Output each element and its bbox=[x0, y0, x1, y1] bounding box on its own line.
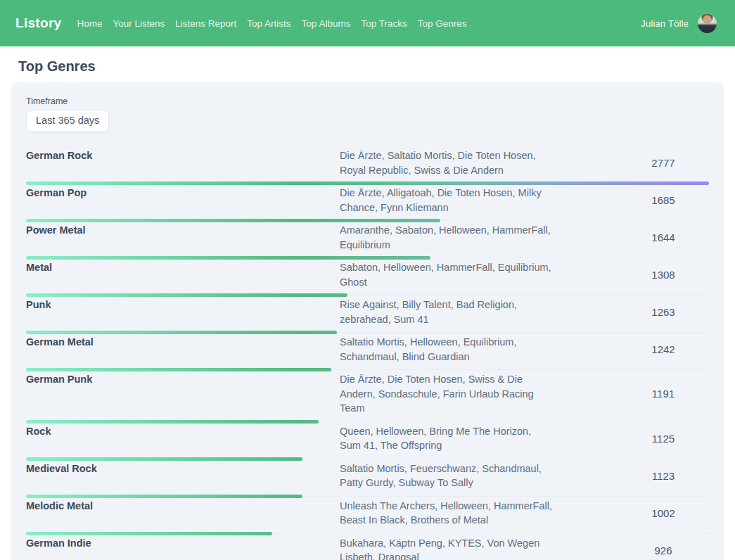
genre-name: German Metal bbox=[26, 335, 340, 350]
user-avatar[interactable] bbox=[698, 14, 717, 33]
nav-item-top-albums[interactable]: Top Albums bbox=[302, 15, 351, 32]
genre-row: Power MetalAmaranthe, Sabaton, Helloween… bbox=[26, 221, 709, 258]
genre-count: 1002 bbox=[618, 507, 709, 519]
genre-name: German Pop bbox=[26, 186, 340, 201]
genre-name: Rock bbox=[26, 424, 340, 439]
page-title: Top Genres bbox=[18, 59, 724, 74]
timeframe-select[interactable]: Last 365 days bbox=[26, 110, 109, 132]
genre-count: 1125 bbox=[618, 433, 709, 445]
genre-artists: Rise Against, Billy Talent, Bad Religion… bbox=[340, 298, 552, 326]
genre-count: 926 bbox=[618, 545, 709, 556]
genre-row: RockQueen, Helloween, Bring Me The Horiz… bbox=[26, 422, 709, 459]
main-content: Top Genres Timeframe Last 365 days Germa… bbox=[0, 59, 735, 560]
nav-links: HomeYour ListensListens ReportTop Artist… bbox=[77, 15, 466, 32]
genre-artists: Amaranthe, Sabaton, Helloween, HammerFal… bbox=[340, 223, 552, 252]
genre-row: German MetalSaltatio Mortis, Helloween, … bbox=[26, 333, 709, 370]
genre-name: Melodic Metal bbox=[26, 499, 340, 514]
genre-row: Medieval RockSaltatio Mortis, Feuerschwa… bbox=[26, 459, 709, 497]
genre-name: Power Metal bbox=[26, 223, 340, 238]
genre-artists: Unleash The Archers, Helloween, HammerFa… bbox=[340, 499, 552, 528]
genre-row: Melodic MetalUnleash The Archers, Hellow… bbox=[26, 497, 709, 534]
nav-item-listens-report[interactable]: Listens Report bbox=[175, 15, 236, 32]
genre-artists: Bukahara, Käptn Peng, KYTES, Von Wegen L… bbox=[340, 536, 552, 560]
nav-item-top-artists[interactable]: Top Artists bbox=[247, 15, 290, 32]
genre-row: German PunkDie Ärzte, Die Toten Hosen, S… bbox=[26, 370, 709, 422]
genre-name: Metal bbox=[26, 260, 340, 275]
genre-count: 1308 bbox=[618, 269, 709, 281]
genre-name: Medieval Rock bbox=[26, 462, 340, 476]
nav-item-home[interactable]: Home bbox=[77, 15, 102, 32]
timeframe-label: Timeframe bbox=[26, 96, 709, 106]
genre-artists: Saltatio Mortis, Helloween, Equilibrium,… bbox=[340, 335, 552, 364]
genre-row: MetalSabaton, Helloween, HammerFall, Equ… bbox=[26, 258, 709, 295]
genre-artists: Die Ärzte, Alligatoah, Die Toten Hosen, … bbox=[340, 186, 552, 215]
genre-count: 1123 bbox=[618, 470, 709, 482]
genre-artists: Sabaton, Helloween, HammerFall, Equilibr… bbox=[340, 260, 552, 289]
genre-count: 1644 bbox=[618, 231, 709, 243]
brand-logo[interactable]: Listory bbox=[15, 15, 61, 31]
genre-count: 1242 bbox=[618, 343, 709, 355]
genre-row: PunkRise Against, Billy Talent, Bad Reli… bbox=[26, 295, 709, 333]
nav-item-top-tracks[interactable]: Top Tracks bbox=[361, 15, 407, 32]
top-genres-card: Timeframe Last 365 days German RockDie Ä… bbox=[11, 82, 724, 560]
user-name: Julian Tölle bbox=[641, 18, 689, 29]
genre-count: 1263 bbox=[618, 306, 709, 318]
genre-count: 1191 bbox=[618, 388, 709, 400]
nav-item-your-listens[interactable]: Your Listens bbox=[113, 15, 165, 32]
genre-name: Punk bbox=[26, 298, 340, 312]
genre-name: German Indie bbox=[26, 536, 340, 551]
nav-item-top-genres[interactable]: Top Genres bbox=[418, 15, 467, 32]
timeframe-control: Timeframe Last 365 days bbox=[26, 96, 709, 132]
genre-count: 1685 bbox=[618, 194, 709, 206]
genre-row: German PopDie Ärzte, Alligatoah, Die Tot… bbox=[26, 184, 709, 221]
genre-row: German IndieBukahara, Käptn Peng, KYTES,… bbox=[26, 534, 709, 560]
genre-name: German Punk bbox=[26, 372, 340, 387]
genre-name: German Rock bbox=[26, 148, 340, 163]
genre-list: German RockDie Ärzte, Saltatio Mortis, D… bbox=[26, 146, 709, 560]
genre-row: German RockDie Ärzte, Saltatio Mortis, D… bbox=[26, 146, 709, 184]
genre-artists: Saltatio Mortis, Feuerschwanz, Schandmau… bbox=[340, 462, 552, 490]
navbar: Listory HomeYour ListensListens ReportTo… bbox=[0, 0, 735, 46]
genre-count: 2777 bbox=[618, 157, 709, 169]
genre-artists: Queen, Helloween, Bring Me The Horizon, … bbox=[340, 424, 552, 453]
genre-artists: Die Ärzte, Saltatio Mortis, Die Toten Ho… bbox=[340, 148, 552, 177]
genre-artists: Die Ärzte, Die Toten Hosen, Swiss & Die … bbox=[340, 372, 552, 416]
